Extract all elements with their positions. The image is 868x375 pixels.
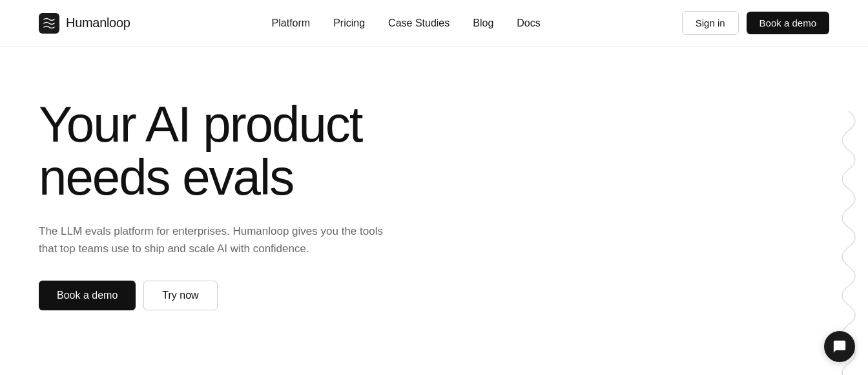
chat-bubble-button[interactable] [824, 331, 855, 362]
nav-actions: Sign in Book a demo [682, 11, 829, 35]
hero-subtitle: The LLM evals platform for enterprises. … [39, 222, 394, 257]
book-demo-hero-button[interactable]: Book a demo [39, 281, 136, 310]
try-now-button[interactable]: Try now [143, 281, 217, 310]
logo-text: Humanloop [66, 16, 130, 30]
nav-link-case-studies[interactable]: Case Studies [388, 17, 450, 28]
chat-icon [832, 339, 847, 354]
hero-content: Your AI product needs evals The LLM eval… [0, 47, 491, 310]
nav-link-platform[interactable]: Platform [272, 17, 311, 28]
nav-link-pricing[interactable]: Pricing [333, 17, 365, 28]
navbar: Humanloop Platform Pricing Case Studies … [0, 0, 868, 47]
nav-link-blog[interactable]: Blog [473, 17, 493, 28]
nav-link-docs[interactable]: Docs [517, 17, 540, 28]
hero-title: Your AI product needs evals [39, 98, 452, 204]
hero-section: Your AI product needs evals The LLM eval… [0, 47, 868, 310]
hero-buttons: Book a demo Try now [39, 281, 452, 310]
humanloop-logo-icon [39, 13, 59, 34]
logo-link[interactable]: Humanloop [39, 13, 130, 34]
book-demo-nav-button[interactable]: Book a demo [747, 12, 829, 34]
signin-button[interactable]: Sign in [682, 11, 739, 35]
nav-links: Platform Pricing Case Studies Blog Docs [272, 17, 541, 29]
